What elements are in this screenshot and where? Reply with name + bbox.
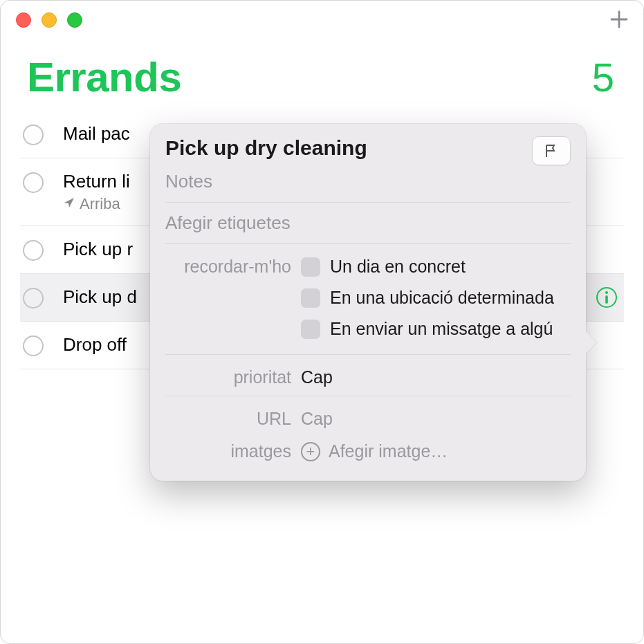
- complete-radio[interactable]: [23, 288, 44, 309]
- list-header: Errands 5: [1, 39, 643, 108]
- plus-icon: [610, 10, 628, 28]
- minimize-window-button[interactable]: [42, 12, 57, 28]
- checkbox[interactable]: [301, 320, 320, 339]
- popover-title[interactable]: Pick up dry cleaning: [165, 136, 367, 160]
- complete-radio[interactable]: [23, 125, 44, 145]
- svg-rect-1: [605, 295, 608, 304]
- flag-button[interactable]: [532, 136, 571, 165]
- option-label: En enviar un missatge a algú: [330, 319, 553, 339]
- url-value[interactable]: Cap: [301, 405, 571, 429]
- remind-me-row: recordar-m'ho Un dia en concret En una u…: [165, 248, 571, 350]
- complete-radio[interactable]: [23, 240, 44, 261]
- list-title: Errands: [27, 53, 181, 101]
- remind-when-messaging-option[interactable]: En enviar un missatge a algú: [301, 315, 571, 346]
- info-button[interactable]: [596, 287, 617, 308]
- images-label: imatges: [165, 437, 291, 461]
- reminder-details-popover: Pick up dry cleaning Notes Afegir etique…: [150, 124, 586, 481]
- plus-circle-icon: +: [301, 442, 320, 461]
- remind-options: Un dia en concret En una ubicació determ…: [301, 252, 571, 346]
- notes-field[interactable]: Notes: [165, 165, 571, 198]
- app-window: Errands 5 Mail pac Return li Arriba: [0, 0, 644, 644]
- checkbox[interactable]: [301, 288, 320, 308]
- add-image-button[interactable]: + Afegir imatge…: [301, 437, 448, 461]
- option-label: Un dia en concret: [330, 257, 466, 277]
- complete-radio[interactable]: [23, 335, 44, 356]
- url-label: URL: [165, 405, 291, 429]
- complete-radio[interactable]: [23, 172, 44, 193]
- svg-point-0: [605, 291, 608, 294]
- images-row: imatges + Afegir imatge…: [165, 433, 571, 466]
- close-window-button[interactable]: [16, 12, 31, 28]
- reminder-location-text: Arriba: [80, 195, 120, 213]
- add-image-label: Afegir imatge…: [329, 441, 448, 461]
- popover-header: Pick up dry cleaning: [165, 136, 571, 165]
- zoom-window-button[interactable]: [67, 12, 82, 28]
- remind-me-label: recordar-m'ho: [165, 252, 291, 277]
- divider: [165, 396, 571, 396]
- checkbox[interactable]: [301, 257, 320, 277]
- titlebar: [1, 1, 643, 39]
- tags-field[interactable]: Afegir etiquetes: [165, 207, 571, 239]
- option-label: En una ubicació determinada: [330, 288, 554, 308]
- remind-at-location-option[interactable]: En una ubicació determinada: [301, 284, 571, 315]
- remind-on-date-option[interactable]: Un dia en concret: [301, 252, 571, 284]
- url-row: URL Cap: [165, 401, 571, 433]
- location-arrow-icon: [63, 195, 75, 213]
- add-reminder-button[interactable]: [610, 8, 628, 32]
- flag-icon: [543, 142, 560, 159]
- priority-row: prioritat Cap: [165, 359, 571, 392]
- info-icon: [604, 291, 609, 304]
- divider: [165, 243, 571, 244]
- divider: [165, 202, 571, 203]
- priority-value[interactable]: Cap: [301, 363, 571, 387]
- list-count: 5: [592, 54, 614, 100]
- priority-label: prioritat: [165, 363, 291, 387]
- divider: [165, 354, 571, 355]
- window-controls: [16, 12, 82, 28]
